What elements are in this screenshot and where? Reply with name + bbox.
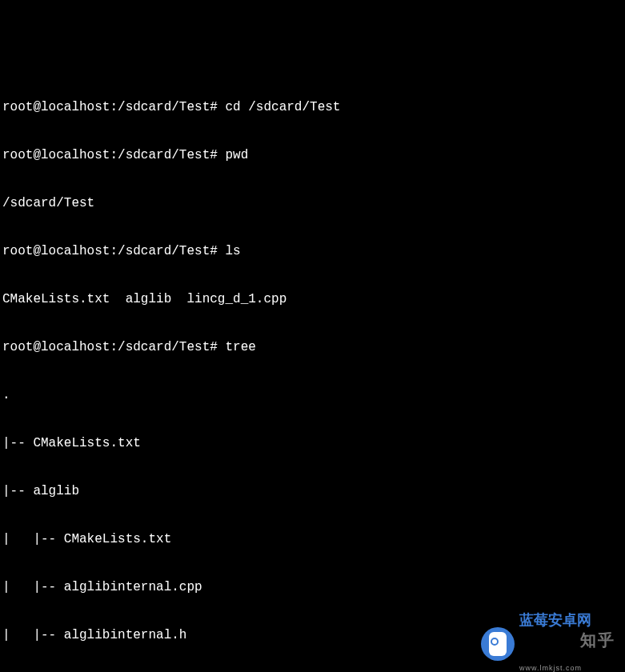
terminal-line: CMakeLists.txt alglib lincg_d_1.cpp <box>2 291 623 307</box>
terminal-line: | |-- alglibinternal.h <box>2 627 623 643</box>
terminal-line: |-- CMakeLists.txt <box>2 435 623 451</box>
terminal-line: |-- alglib <box>2 483 623 499</box>
terminal-line: root@localhost:/sdcard/Test# ls <box>2 243 623 259</box>
terminal-line: /sdcard/Test <box>2 195 623 211</box>
terminal-line: root@localhost:/sdcard/Test# tree <box>2 339 623 355</box>
terminal-line: | |-- CMakeLists.txt <box>2 531 623 547</box>
terminal-line: . <box>2 387 623 403</box>
terminal-line: root@localhost:/sdcard/Test# cd /sdcard/… <box>2 99 623 115</box>
terminal-line: root@localhost:/sdcard/Test# pwd <box>2 147 623 163</box>
terminal-line: | |-- alglibinternal.cpp <box>2 579 623 595</box>
terminal-output[interactable]: root@localhost:/sdcard/Test# cd /sdcard/… <box>0 64 625 672</box>
